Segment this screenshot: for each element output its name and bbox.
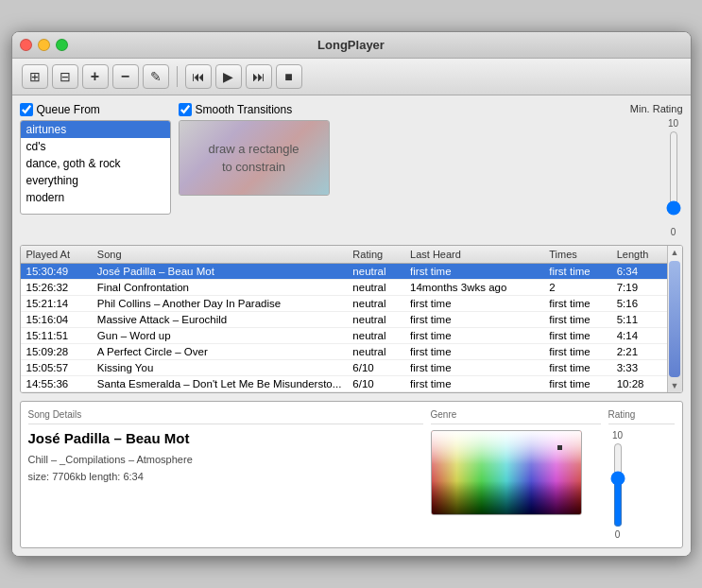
cell-2: 6/10 xyxy=(347,360,404,376)
stop-button[interactable]: ■ xyxy=(276,64,302,89)
min-rating-panel: Min. Rating 10 0 xyxy=(617,103,683,237)
rating-min: 0 xyxy=(615,529,621,540)
play-icon: ▶ xyxy=(223,69,233,84)
cell-2: 6/10 xyxy=(347,376,404,392)
table-row[interactable]: 14:55:36Santa Esmeralda – Don't Let Me B… xyxy=(21,376,667,392)
scroll-down-button[interactable]: ▼ xyxy=(671,381,679,390)
table-row[interactable]: 15:16:04Massive Attack – Eurochildneutra… xyxy=(21,312,667,328)
genre-label: Genre xyxy=(431,409,601,424)
toolbar: ⊞ ⊟ + − ✎ ⏮ ▶ ⏭ ■ xyxy=(12,59,691,95)
cell-0: 15:16:04 xyxy=(21,312,92,328)
cell-5: 6:34 xyxy=(611,264,667,280)
cell-2: neutral xyxy=(347,344,404,360)
genre-color-box[interactable] xyxy=(431,430,582,515)
cell-0: 15:11:51 xyxy=(21,328,92,344)
cell-4: first time xyxy=(543,328,610,344)
cell-5: 3:33 xyxy=(611,360,667,376)
genre-preview-text: draw a rectangle to constrain xyxy=(208,140,299,177)
table-row[interactable]: 15:30:49José Padilla – Beau Motneutralfi… xyxy=(21,264,667,280)
queue-item-dance[interactable]: dance, goth & rock xyxy=(21,155,170,172)
minus-icon: − xyxy=(121,68,129,85)
smooth-checkbox[interactable] xyxy=(179,103,192,116)
cell-2: neutral xyxy=(347,264,404,280)
rating-bottom-panel: Rating 10 0 xyxy=(608,409,675,540)
cell-1: Phil Collins – Another Day In Paradise xyxy=(92,296,348,312)
cell-4: first time xyxy=(543,344,610,360)
smooth-checkbox-label[interactable]: Smooth Transitions xyxy=(179,103,609,116)
song-title: José Padilla – Beau Mot xyxy=(28,430,423,446)
col-length: Length xyxy=(611,246,667,264)
remove-from-playlist-button[interactable]: ⊟ xyxy=(52,64,78,89)
play-button[interactable]: ▶ xyxy=(215,64,242,89)
queue-checkbox-label[interactable]: Queue From xyxy=(20,103,171,116)
table-row[interactable]: 15:05:57Kissing You6/10first timefirst t… xyxy=(21,360,667,376)
cell-3: first time xyxy=(404,328,543,344)
col-played-at: Played At xyxy=(21,246,92,264)
cell-4: first time xyxy=(543,376,610,392)
queue-item-cds[interactable]: cd's xyxy=(21,138,170,155)
subtract-button[interactable]: − xyxy=(112,64,139,89)
cell-5: 10:28 xyxy=(611,376,667,392)
top-section: Queue From airtunes cd's dance, goth & r… xyxy=(20,103,683,237)
cell-5: 5:16 xyxy=(611,296,667,312)
queue-item-modern[interactable]: modern xyxy=(21,189,170,206)
cell-4: first time xyxy=(543,312,610,328)
add-button[interactable]: + xyxy=(82,64,109,89)
cell-1: A Perfect Circle – Over xyxy=(92,344,348,360)
add-to-playlist-button[interactable]: ⊞ xyxy=(22,64,48,89)
cell-2: neutral xyxy=(347,280,404,296)
cell-1: Gun – Word up xyxy=(92,328,348,344)
min-rating-max: 10 xyxy=(668,118,678,129)
min-rating-label: Min. Rating xyxy=(630,103,683,114)
cell-3: 14months 3wks ago xyxy=(404,280,543,296)
main-content: Queue From airtunes cd's dance, goth & r… xyxy=(12,95,691,556)
titlebar: LongPlayer xyxy=(12,32,691,59)
cell-2: neutral xyxy=(347,296,404,312)
song-meta-line1: Chill – _Compilations – Atmosphere xyxy=(28,452,423,469)
prev-button[interactable]: ⏮ xyxy=(185,64,212,89)
cell-1: Kissing You xyxy=(92,360,348,376)
queue-item-everything[interactable]: everything xyxy=(21,172,170,189)
min-rating-min: 0 xyxy=(671,227,676,237)
edit-button[interactable]: ✎ xyxy=(143,64,169,89)
genre-preview-box: draw a rectangle to constrain xyxy=(179,120,330,196)
next-button[interactable]: ⏭ xyxy=(246,64,272,89)
min-rating-slider[interactable] xyxy=(664,130,683,216)
track-table: Played At Song Rating Last Heard Times L… xyxy=(21,246,667,392)
plus-icon: + xyxy=(91,68,99,85)
toolbar-separator xyxy=(177,66,178,87)
col-times: Times xyxy=(543,246,610,264)
smooth-panel: Smooth Transitions draw a rectangle to c… xyxy=(179,103,609,237)
prev-icon: ⏮ xyxy=(192,69,205,84)
queue-panel: Queue From airtunes cd's dance, goth & r… xyxy=(20,103,171,237)
cell-5: 4:14 xyxy=(611,328,667,344)
table-row[interactable]: 15:09:28A Perfect Circle – Overneutralfi… xyxy=(21,344,667,360)
track-table-header: Played At Song Rating Last Heard Times L… xyxy=(21,246,667,264)
scroll-thumb[interactable] xyxy=(669,261,680,377)
middle-panel: Smooth Transitions draw a rectangle to c… xyxy=(179,103,609,237)
cell-4: 2 xyxy=(543,280,610,296)
table-row[interactable]: 15:11:51Gun – Word upneutralfirst timefi… xyxy=(21,328,667,344)
genre-section: Genre xyxy=(431,409,601,540)
song-details-panel: Song Details José Padilla – Beau Mot Chi… xyxy=(28,409,423,540)
col-last-heard: Last Heard xyxy=(404,246,543,264)
table-row[interactable]: 15:21:14Phil Collins – Another Day In Pa… xyxy=(21,296,667,312)
queue-checkbox[interactable] xyxy=(20,103,33,116)
col-song: Song xyxy=(92,246,348,264)
stop-icon: ■ xyxy=(284,69,292,84)
close-button[interactable] xyxy=(20,39,32,51)
genre-dot xyxy=(557,445,562,450)
table-row[interactable]: 15:26:32Final Confrontationneutral14mont… xyxy=(21,280,667,296)
rating-slider[interactable] xyxy=(608,442,627,527)
cell-3: first time xyxy=(404,264,543,280)
maximize-button[interactable] xyxy=(56,39,68,51)
minimize-button[interactable] xyxy=(38,39,50,51)
smooth-label: Smooth Transitions xyxy=(196,103,293,116)
col-rating: Rating xyxy=(347,246,404,264)
cell-2: neutral xyxy=(347,312,404,328)
color-gradient-overlay xyxy=(432,431,581,514)
scroll-up-button[interactable]: ▲ xyxy=(671,248,679,257)
queue-item-airtunes[interactable]: airtunes xyxy=(21,121,170,138)
cell-3: first time xyxy=(404,312,543,328)
queue-list[interactable]: airtunes cd's dance, goth & rock everyth… xyxy=(20,120,171,215)
